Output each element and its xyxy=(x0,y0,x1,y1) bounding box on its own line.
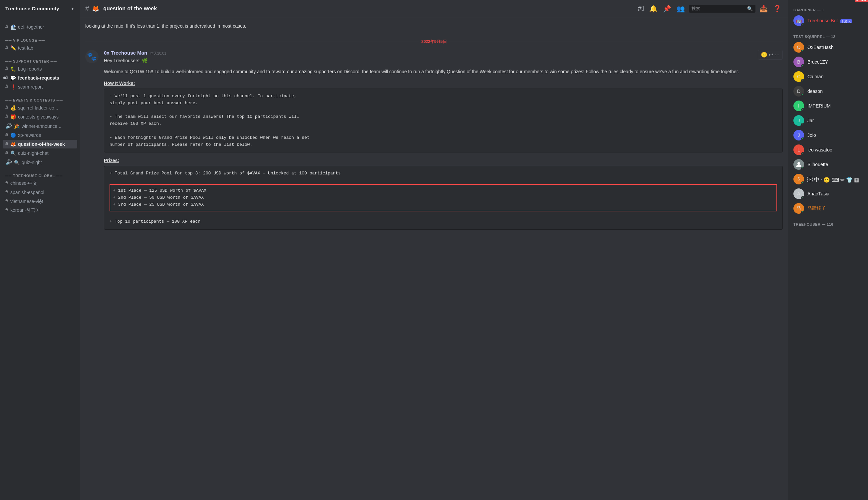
member-avatar-calman: C xyxy=(793,71,804,82)
channel-item-bug-reports[interactable]: # 🐛 bug-reports xyxy=(3,65,77,73)
channel-item-question-of-the-week[interactable]: # 🦊 question-of-the-week xyxy=(3,140,77,148)
channel-name-defi: defi-together xyxy=(18,24,44,30)
author-avatar: 🐾 xyxy=(85,50,99,63)
message-actions: 🙂 ↩ ⋯ xyxy=(758,50,783,60)
member-joio[interactable]: J Joio xyxy=(791,128,865,143)
server-header[interactable]: Treehouse Community ▼ xyxy=(0,0,80,17)
channel-name-quiz-night: quiz-night xyxy=(22,160,42,165)
channel-emoji-bug: 🐛 xyxy=(10,66,16,71)
member-name-oxeasthash: OxEastHash xyxy=(808,45,834,50)
hash-icon: # xyxy=(5,105,8,111)
member-avatar-leo: L xyxy=(793,145,804,155)
section-events-contests: EVENTS & CONTESTS # 💰 squirrel-ladder-co… xyxy=(0,93,80,169)
channel-item-contests-giveaways[interactable]: # 🎁 contests-giveaways xyxy=(3,113,77,121)
channel-item-quiz-night-chat[interactable]: # 🔍 quiz-night-chat xyxy=(3,149,77,158)
channel-item-defi-together[interactable]: # 🏦 defi-together xyxy=(3,23,77,31)
member-avatar-silhouette xyxy=(793,159,804,170)
svg-point-0 xyxy=(797,162,800,165)
notification-icon[interactable]: 🔔 xyxy=(648,3,659,14)
inbox-icon[interactable]: 📥 xyxy=(758,3,769,14)
member-silhouette[interactable]: Silhouette xyxy=(791,157,865,172)
member-treehouse-bot[interactable]: 🤖 Treehouse Bot 机器人 xyxy=(791,13,865,28)
member-anastasia[interactable]: А АнасТasia xyxy=(791,186,865,201)
channel-emoji-quiz-chat: 🔍 xyxy=(10,150,16,156)
main-content: # 🦊 question-of-the-week #⃣ 🔔 📌 👥 🔍 📥 ❓ … xyxy=(80,0,788,500)
hash-icon: # xyxy=(5,114,8,120)
channel-item-korean[interactable]: # korean-한국어 xyxy=(3,206,77,215)
date-divider: 2022年9月5日 新消息 xyxy=(85,39,783,45)
top10-line: + Top 10 participants → 100 XP each xyxy=(110,218,777,225)
channel-item-vietnamese[interactable]: # vietnamese-việt xyxy=(3,197,77,206)
channel-emoji-scam: ❗ xyxy=(10,84,16,90)
status-dot-bot xyxy=(801,23,804,26)
status-dot xyxy=(801,181,804,184)
hash-icon: # xyxy=(5,207,8,213)
bot-badge: 机器人 xyxy=(841,19,852,23)
member-avatar-imperium: I xyxy=(793,101,804,111)
message-greeting: Hey Treehousers! 🌿 xyxy=(104,57,783,64)
member-deason[interactable]: D deason xyxy=(791,84,865,99)
search-input[interactable] xyxy=(692,6,745,11)
prize-pool-block: + Total Grand Prize Pool for top 3: 200 … xyxy=(104,166,783,230)
status-dot xyxy=(801,152,804,155)
reply-icon[interactable]: ↩ xyxy=(769,52,773,58)
channel-emoji-squirrel: 💰 xyxy=(10,105,16,111)
section-vip-lounge: VIP LOUNGE # ✏️ test-lab xyxy=(0,33,80,54)
channel-item-chinese[interactable]: # chinese-中文 xyxy=(3,179,77,188)
channel-name-xp: xp-rewards xyxy=(18,133,41,138)
search-bar[interactable]: 🔍 xyxy=(689,5,755,13)
channel-item-test-lab[interactable]: # ✏️ test-lab xyxy=(3,44,77,52)
hash-icon: # xyxy=(5,180,8,186)
member-madaojuzi[interactable]: 马 马蹄橘子 xyxy=(791,201,865,216)
more-options-icon[interactable]: ⋯ xyxy=(775,52,780,58)
prize-3rd: + 3rd Place → 25 USD worth of $AVAX xyxy=(113,201,774,208)
hash-icon: # xyxy=(5,66,8,72)
threads-icon[interactable]: #⃣ xyxy=(637,3,645,14)
member-jar[interactable]: J Jar xyxy=(791,113,865,128)
channel-item-quiz-night[interactable]: 🔊 🔍 quiz-night xyxy=(3,158,77,167)
gardener-section-label: GARDENER — 1 xyxy=(791,5,865,13)
member-emoji-row[interactable]: S 🇸 中 · 🙂 ⌨ ✏ 👕 ▦ xyxy=(791,172,865,186)
member-leo-wasatoo[interactable]: L leo wasatoo xyxy=(791,143,865,157)
members-icon[interactable]: 👥 xyxy=(675,3,686,14)
member-oxeasthash[interactable]: O OxEastHash xyxy=(791,40,865,55)
topbar-channel-emoji: 🦊 xyxy=(92,5,99,12)
hash-icon: 🔊 xyxy=(5,159,12,166)
message-group: 🐾 0x Treehouse Man 昨天10:01 Hey Treehouse… xyxy=(85,50,783,232)
member-bruce1zy[interactable]: B Bruce1ZY xyxy=(791,55,865,69)
pin-icon[interactable]: 📌 xyxy=(662,3,673,14)
prior-message-text: looking at the ratio. If it's less than … xyxy=(85,23,783,30)
channel-name-feedback: feedback-requests xyxy=(18,75,59,81)
topbar-channel-name: question-of-the-week xyxy=(103,5,157,12)
status-dot xyxy=(801,123,804,126)
member-calman[interactable]: C Calman xyxy=(791,69,865,84)
help-icon[interactable]: ❓ xyxy=(772,3,783,14)
channel-item-scam-report[interactable]: # ❗ scam-report xyxy=(3,82,77,91)
channel-name-qotw: question-of-the-week xyxy=(18,141,65,147)
message-header: 0x Treehouse Man 昨天10:01 xyxy=(104,50,783,56)
channel-item-squirrel-ladder[interactable]: # 💰 squirrel-ladder-co... xyxy=(3,103,77,112)
rule-line-1: - We'll post 1 question every fortnight … xyxy=(110,93,777,107)
channel-name-scam: scam-report xyxy=(18,84,43,90)
member-name-jar: Jar xyxy=(808,118,814,123)
channel-item-feedback-requests[interactable]: # 💬 feedback-requests xyxy=(3,73,77,82)
treehouser-section-label: TREEHOUSER — 116 xyxy=(791,220,865,228)
channel-name-contests: contests-giveaways xyxy=(18,114,59,120)
silhouette-svg xyxy=(796,161,802,168)
member-imperium[interactable]: I IMPERIUM xyxy=(791,99,865,113)
emoji-react-icon[interactable]: 🙂 xyxy=(761,52,767,58)
emoji-kbd-icon: ⌨ xyxy=(831,177,839,183)
channel-item-spanish[interactable]: # spanish-español xyxy=(3,188,77,197)
status-dot xyxy=(801,211,804,214)
member-name-calman: Calman xyxy=(808,74,823,79)
channel-name-quiz-chat: quiz-night-chat xyxy=(18,150,49,156)
author-name: 0x Treehouse Man xyxy=(104,50,147,56)
member-name-silhouette: Silhouette xyxy=(808,162,828,167)
prize-2nd: + 2nd Place → 50 USD worth of $AVAX xyxy=(113,194,774,201)
member-name-bot-wrapper: Treehouse Bot 机器人 xyxy=(808,18,852,24)
status-dot xyxy=(801,167,804,170)
channel-emoji-xp: 🔵 xyxy=(10,133,16,138)
channel-item-winner-announce[interactable]: 🔊 🎉 winner-announce... xyxy=(3,122,77,130)
channel-item-xp-rewards[interactable]: # 🔵 xp-rewards xyxy=(3,131,77,139)
status-dot xyxy=(801,79,804,82)
